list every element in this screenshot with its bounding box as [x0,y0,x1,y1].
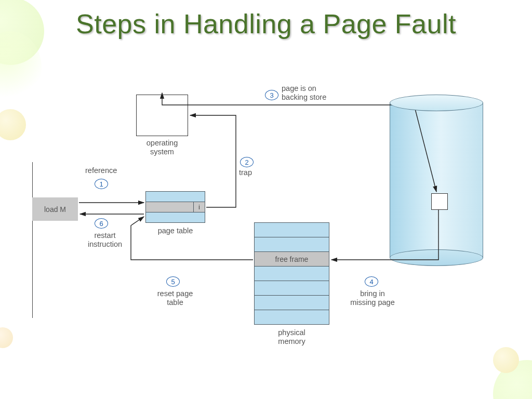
restart-instruction-label: restart instruction [82,231,128,249]
load-m-text: load M [44,205,66,214]
page-table: i [145,191,205,223]
backing-store-cylinder [390,95,483,266]
decoration-circle [0,109,26,140]
backing-store-slot [431,193,448,210]
text: reset page [157,289,193,298]
physical-memory-frame [254,310,329,325]
step-1-badge: 1 [95,179,108,189]
step-2-badge: 2 [240,157,254,167]
page-table-row [145,192,205,202]
text: bring in [360,289,385,298]
bring-in-missing-page-label: bring in missing page [344,289,401,308]
operating-system-label: operating system [136,139,188,157]
physical-memory-frame [254,237,329,252]
text: backing store [282,93,326,101]
physical-memory-frame [254,267,329,281]
reference-label: reference [85,166,117,175]
physical-memory-label: physical memory [254,328,329,347]
reset-page-table-label: reset page table [147,289,204,308]
trap-label: trap [239,168,252,177]
text: missing page [350,298,394,307]
text: page is on [282,84,316,92]
text: memory [278,337,305,345]
slide-title: Steps in Handling a Page Fault [0,9,532,39]
text: restart [94,231,115,240]
decoration-circle [0,327,13,348]
step-3-label: page is on backing store [282,84,326,102]
physical-memory-frame [254,223,329,237]
step-6-badge: 6 [95,218,108,229]
step-3-badge: 3 [265,90,278,100]
free-frame-text: free frame [275,255,309,263]
operating-system-box [136,95,188,136]
page-table-valid-bit: i [193,202,205,212]
physical-memory-frame [254,281,329,296]
physical-memory: free frame [254,222,329,325]
text: instruction [88,240,122,248]
physical-memory-frame [254,296,329,310]
text: physical [278,328,305,337]
physical-memory-free-frame: free frame [254,252,329,267]
load-m-block: load M [32,197,78,221]
page-table-label: page table [145,227,205,235]
page-table-row [145,212,205,223]
page-fault-diagram: operating system page is on backing stor… [32,84,500,375]
step-4-badge: 4 [365,276,378,287]
page-table-row-invalid: i [145,202,205,212]
operating-system-text: operating system [147,139,178,156]
step-5-badge: 5 [166,276,180,287]
text: table [167,298,183,307]
process-vertical-bar [32,162,33,318]
